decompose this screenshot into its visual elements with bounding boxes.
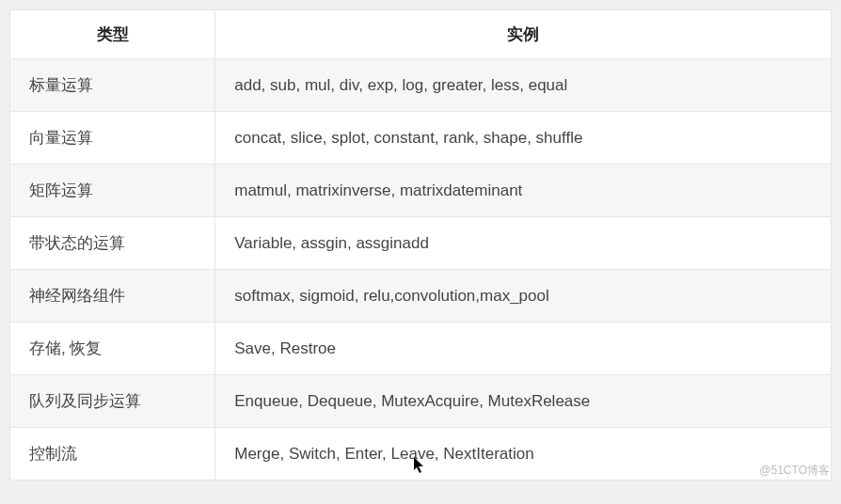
cell-type: 存储, 恢复 (10, 323, 215, 375)
table-row: 矩阵运算 matmul, matrixinverse, matrixdatemi… (10, 165, 832, 217)
cursor-icon (414, 457, 427, 476)
table-row: 神经网络组件 softmax, sigmoid, relu,convolutio… (10, 270, 832, 323)
cell-example: Save, Restroe (215, 323, 832, 375)
table-container: 类型 实例 标量运算 add, sub, mul, div, exp, log,… (9, 9, 832, 480)
table-row: 队列及同步运算 Enqueue, Dequeue, MutexAcquire, … (10, 375, 832, 428)
cell-type: 队列及同步运算 (10, 375, 215, 428)
cell-example: Enqueue, Dequeue, MutexAcquire, MutexRel… (215, 375, 832, 428)
cell-example: add, sub, mul, div, exp, log, greater, l… (215, 59, 832, 112)
cell-example: Variable, assgin, assginadd (215, 217, 832, 270)
cell-example: softmax, sigmoid, relu,convolution,max_p… (215, 270, 832, 323)
table-header-row: 类型 实例 (10, 10, 832, 59)
table-row: 标量运算 add, sub, mul, div, exp, log, great… (10, 59, 832, 112)
cell-type: 神经网络组件 (10, 270, 215, 323)
cell-example: Merge, Switch, Enter, Leave, NextIterati… (215, 428, 832, 480)
header-example: 实例 (215, 10, 832, 59)
table-row: 存储, 恢复 Save, Restroe (10, 323, 832, 375)
operations-table: 类型 实例 标量运算 add, sub, mul, div, exp, log,… (9, 9, 832, 480)
cell-type: 向量运算 (10, 112, 215, 165)
table-row: 带状态的运算 Variable, assgin, assginadd (10, 217, 832, 270)
cell-example: matmul, matrixinverse, matrixdateminant (215, 165, 832, 217)
watermark-text: @51CTO博客 (759, 463, 830, 479)
cell-type: 矩阵运算 (10, 165, 215, 217)
table-row: 向量运算 concat, slice, splot, constant, ran… (10, 112, 832, 165)
header-type: 类型 (10, 10, 215, 59)
cell-type: 控制流 (10, 428, 215, 480)
cell-type: 带状态的运算 (10, 217, 215, 270)
cell-type: 标量运算 (10, 59, 215, 112)
cell-example: concat, slice, splot, constant, rank, sh… (215, 112, 832, 165)
